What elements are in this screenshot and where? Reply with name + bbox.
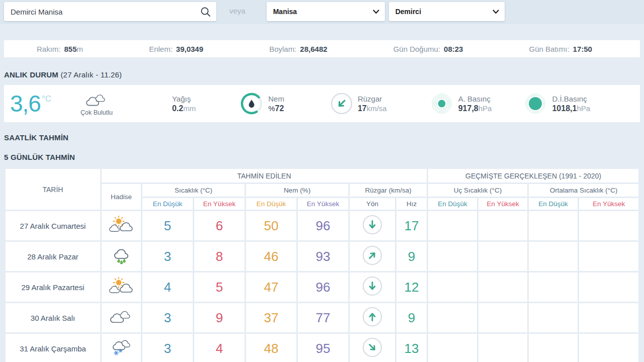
history-cell [529,334,578,362]
header-temperature: Sıcaklık (°C) [142,184,245,197]
longitude-info: Boylam:28,6482 [269,45,327,53]
hum-min-cell: 46 [246,242,296,271]
hum-max-cell: 93 [298,242,348,271]
latitude-info: Enlem:39,0349 [149,45,203,53]
temp-max-cell: 5 [194,273,245,302]
hum-max-cell: 96 [298,273,348,302]
current-temperature: 3,6 °C [10,91,51,116]
wind-speed-cell: 13 [396,334,427,362]
district-select-wrap: Demirci [389,2,505,21]
history-cell [579,211,638,240]
wind-arrow-down-left-icon [331,93,353,115]
wind-arrow-up-right-icon [362,245,382,265]
current-condition: Çok Bulutlu [80,92,113,116]
wind-direction-cell [350,211,395,240]
header-average-max: En Yüksek [579,198,638,210]
header-wind: Rüzgar (km/sa) [350,184,427,197]
header-humidity: Nem (%) [246,184,348,197]
date-cell: 30 Aralık Salı [6,303,100,332]
history-cell [428,242,477,271]
header-average-min: En Düşük [529,198,578,210]
history-cell [579,334,638,362]
history-cell [478,273,527,302]
wind-direction-cell [350,273,395,302]
forecast-row: 31 Aralık Çarşamba 3 4 48 95 13 [6,334,638,362]
condition-cell [102,303,141,332]
hum-max-cell: 95 [298,334,348,362]
history-cell [529,273,578,302]
district-select[interactable]: Demirci [389,2,505,21]
history-cell [478,211,527,240]
date-cell: 29 Aralık Pazartesi [6,273,100,302]
condition-label: Çok Bulutlu [80,109,113,116]
history-cell [529,303,578,332]
search-icon [200,7,211,17]
wind-arrow-down-icon [362,215,382,235]
history-cell [428,334,477,362]
current-section-title: ANLIK DURUM (27 Aralık - 11.26) [4,70,640,79]
temp-max-cell: 6 [194,211,245,240]
date-cell: 31 Aralık Çarşamba [6,334,100,362]
search-box [4,2,216,21]
actual-pressure-metric: A. Basınç 917,8hPa [430,92,492,115]
wind-speed-cell: 9 [396,242,427,271]
precipitation-label: Yağış [172,94,196,104]
cloudy-icon [109,308,133,326]
header-extreme-max: En Yüksek [478,198,527,210]
hum-min-cell: 48 [246,334,296,362]
hum-max-cell: 96 [298,211,348,240]
province-select-wrap: Manisa [267,2,385,21]
search-button[interactable] [194,2,216,21]
condition-cell [102,273,141,302]
pressure-rings-icon [430,92,453,115]
actual-pressure-label: A. Basınç [458,94,492,104]
temp-min-cell: 5 [142,211,193,240]
wind-direction-cell [350,334,395,362]
history-cell [428,211,477,240]
wind-arrow-down-icon [362,276,382,296]
forecast-row: 28 Aralık Pazar 3 8 46 93 9 [6,242,638,271]
temp-max-cell: 8 [194,242,245,271]
history-cell [579,303,638,332]
history-cell [478,334,527,362]
sea-level-pressure-metric: D.İ.Basınç 1018,1hPa [524,92,590,115]
history-cell [478,242,527,271]
forecast-row: 29 Aralık Pazartesi 4 5 47 96 12 [6,273,638,302]
temp-min-cell: 3 [142,242,193,271]
pressure-disc-icon [524,92,547,115]
wind-speed-cell: 9 [396,303,427,332]
hourly-section-title[interactable]: SAATLİK TAHMİN [4,133,640,142]
wind-label: Rüzgar [358,94,387,104]
sea-level-pressure-label: D.İ.Basınç [552,94,590,104]
cloudy-icon [83,92,110,109]
header-extreme-temperature: Uç Sıcaklık (°C) [428,184,527,197]
temp-max-cell: 9 [194,303,245,332]
history-cell [529,211,578,240]
temp-min-cell: 3 [142,334,193,362]
history-cell [579,242,638,271]
history-cell [428,273,477,302]
header-wind-speed: Hız [396,198,427,210]
humidity-gauge-icon [240,92,263,115]
wind-metric: Rüzgar 17km/sa [331,93,387,115]
five-day-forecast-table: TARİH TAHMİN EDİLEN GEÇMİŞTE GERÇEKLEŞEN… [4,167,640,362]
five-day-section-title[interactable]: 5 GÜNLÜK TAHMİN [4,153,640,161]
precipitation-metric: Yağış 0.2mm [172,94,196,113]
forecast-row: 30 Aralık Salı 3 9 37 77 9 [6,303,638,332]
rainy-icon [109,246,133,264]
header-date: TARİH [6,169,100,210]
header-historical: GEÇMİŞTE GERÇEKLEŞEN (1991 - 2020) [428,169,638,183]
search-input[interactable] [4,2,194,21]
top-search-bar: veya Manisa Demirci [0,0,644,24]
wind-direction-cell [350,242,395,271]
date-cell: 27 Aralık Cumartesi [6,211,100,240]
temp-min-cell: 3 [142,303,193,332]
province-select[interactable]: Manisa [267,2,385,21]
wind-direction-cell [350,303,395,332]
condition-cell [102,242,141,271]
snowy-icon [109,338,133,356]
station-info-bar: Rakım:855m Enlem:39,0349 Boylam:28,6482 … [4,40,640,57]
sunset-info: Gün Batımı:17:50 [529,45,592,53]
header-temp-max: En Yüksek [194,198,245,210]
condition-cell [102,334,141,362]
